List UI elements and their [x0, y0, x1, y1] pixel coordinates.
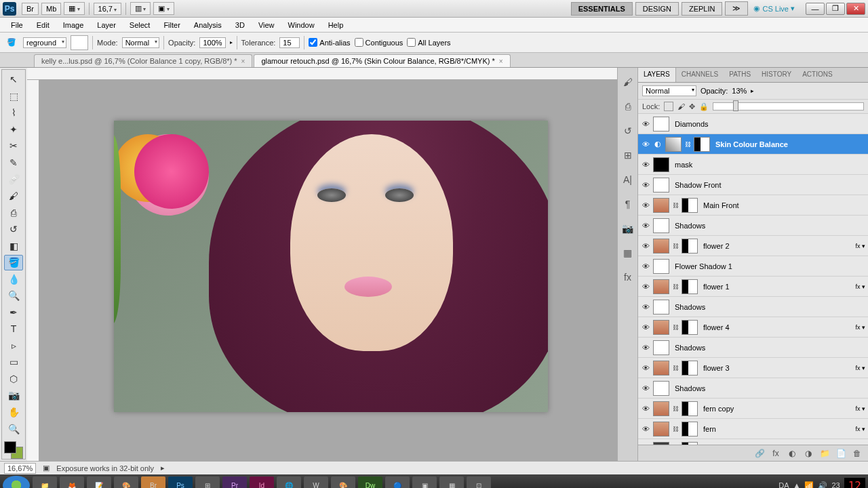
path-select-tool[interactable]: ▹ [4, 338, 23, 354]
healing-brush-tool[interactable]: 🩹 [4, 171, 23, 187]
layer-link-icon[interactable]: ⛓ [672, 365, 679, 371]
layer-name[interactable]: Shadows [672, 384, 865, 392]
document-tab-2[interactable]: glamour retouch.psd @ 16,7% (Skin Colour… [254, 54, 510, 67]
fill-slider[interactable] [713, 102, 864, 110]
layer-name[interactable]: Skin Colour Balance [713, 140, 865, 148]
layer-row[interactable]: 👁◐⛓Skin Colour Balance [638, 134, 868, 155]
layer-row[interactable]: 👁⛓Background Colour Vignette [638, 439, 868, 445]
layer-row[interactable]: 👁Shadows [638, 378, 868, 399]
taskbar-firefox[interactable]: 🦊 [60, 476, 84, 488]
taskbar-paint[interactable]: 🎨 [114, 476, 138, 488]
taskbar-app3[interactable]: ▦ [439, 476, 464, 488]
layer-visibility-icon[interactable]: 👁 [641, 344, 650, 352]
lock-image-icon[interactable]: 🖌 [677, 102, 685, 110]
eyedropper-tool[interactable]: ✎ [4, 155, 23, 171]
menu-window[interactable]: Window [281, 19, 321, 31]
ruler-vertical[interactable] [27, 80, 39, 461]
lock-all-icon[interactable]: 🔒 [699, 102, 709, 111]
layer-row[interactable]: 👁Shadow Front [638, 175, 868, 195]
dock-paragraph-icon[interactable]: ¶ [620, 197, 635, 211]
status-zoom[interactable]: 16,67% [4, 463, 36, 474]
layer-name[interactable]: flower 1 [701, 283, 852, 291]
layer-row[interactable]: 👁Shadows [638, 338, 868, 358]
dock-styles-icon[interactable]: fx [620, 270, 635, 285]
layer-visibility-icon[interactable]: 👁 [641, 364, 650, 372]
layer-fx-badge[interactable]: fx ▾ [855, 426, 865, 432]
dock-swatches-icon[interactable]: ▦ [620, 245, 635, 260]
delete-layer-icon[interactable]: 🗑 [852, 448, 863, 459]
layer-name[interactable]: fern copy [701, 405, 852, 413]
layer-visibility-icon[interactable]: 👁 [641, 161, 650, 169]
layer-thumbnail[interactable] [653, 259, 669, 274]
menu-image[interactable]: Image [56, 19, 91, 31]
zoom-level-dropdown[interactable]: 16,7 [94, 3, 122, 15]
layer-visibility-icon[interactable]: 👁 [641, 222, 650, 230]
layer-name[interactable]: Shadows [672, 303, 865, 311]
color-swatches[interactable] [4, 441, 23, 459]
menu-help[interactable]: Help [321, 19, 351, 31]
opacity-input[interactable]: 100% [199, 37, 225, 48]
layer-visibility-icon[interactable]: 👁 [641, 201, 650, 209]
screen-mode-dropdown[interactable]: ▣ [153, 2, 174, 15]
taskbar-app2[interactable]: ▣ [412, 476, 437, 488]
layer-thumbnail[interactable] [653, 361, 669, 375]
minibridge-button[interactable]: Mb [41, 3, 61, 15]
menu-view[interactable]: View [252, 19, 281, 31]
workspace-zeplin[interactable]: ZEPLIN [682, 2, 723, 16]
taskbar-colors[interactable]: 🎨 [331, 476, 355, 488]
menu-edit[interactable]: Edit [30, 19, 56, 31]
blend-mode-dropdown[interactable]: Normal [642, 85, 696, 96]
status-info-flyout[interactable]: ▸ [161, 464, 165, 472]
tray-time[interactable]: 23 [831, 481, 840, 488]
layer-thumbnail[interactable] [653, 381, 669, 396]
panel-tab-actions[interactable]: ACTIONS [797, 68, 837, 82]
taskbar-bridge[interactable]: Br [141, 476, 165, 488]
bridge-button[interactable]: Br [22, 3, 39, 15]
layer-link-icon[interactable]: ⛓ [672, 405, 679, 412]
menu-filter[interactable]: Filter [157, 19, 186, 31]
menu-file[interactable]: File [4, 19, 30, 31]
lock-position-icon[interactable]: ✥ [689, 102, 695, 111]
taskbar-word[interactable]: W [304, 476, 328, 488]
status-doc-icon[interactable]: ▣ [43, 464, 50, 472]
crop-tool[interactable]: ✂ [4, 138, 23, 154]
tray-flag-icon[interactable]: ▲ [793, 481, 801, 488]
layer-name[interactable]: Shadow Front [672, 181, 865, 189]
layer-row[interactable]: 👁⛓flower 3fx ▾ [638, 358, 868, 378]
dock-info-icon[interactable]: 📷 [620, 221, 635, 236]
layer-name[interactable]: Diamonds [672, 120, 865, 128]
close-tab-icon[interactable]: × [241, 58, 245, 65]
layer-visibility-icon[interactable]: 👁 [641, 323, 650, 331]
new-group-icon[interactable]: 📁 [819, 448, 830, 459]
layer-row[interactable]: 👁⛓fernfx ▾ [638, 419, 868, 439]
brush-tool[interactable]: 🖌 [4, 188, 23, 204]
menu-3d[interactable]: 3D [229, 19, 252, 31]
layer-link-icon[interactable]: ⛓ [684, 141, 691, 148]
menu-select[interactable]: Select [123, 19, 157, 31]
lock-transparency-icon[interactable] [664, 102, 673, 111]
opacity-flyout-icon[interactable]: ▸ [751, 87, 754, 94]
layer-row[interactable]: 👁Shadows [638, 297, 868, 317]
layer-thumbnail[interactable] [653, 401, 669, 416]
layer-link-icon[interactable]: ⛓ [672, 283, 679, 290]
layer-mask-thumbnail[interactable] [682, 401, 698, 416]
layer-visibility-icon[interactable]: 👁 [641, 283, 650, 291]
layer-row[interactable]: 👁Shadows [638, 216, 868, 236]
taskbar-notes[interactable]: 📝 [87, 476, 111, 488]
tray-lang[interactable]: DA [778, 481, 789, 488]
fill-source-dropdown[interactable]: reground [23, 37, 66, 48]
layer-visibility-icon[interactable]: 👁 [641, 384, 650, 392]
layer-fx-badge[interactable]: fx ▾ [855, 365, 865, 371]
link-layers-icon[interactable]: 🔗 [754, 448, 765, 459]
layer-row[interactable]: 👁Diamonds [638, 114, 868, 134]
menu-layer[interactable]: Layer [90, 19, 123, 31]
layer-opacity-input[interactable]: 13% [732, 87, 747, 95]
paint-bucket-tool[interactable]: 🪣 [4, 255, 23, 270]
pattern-preview[interactable] [71, 35, 88, 50]
workspace-essentials[interactable]: ESSENTIALS [571, 2, 633, 16]
antialias-checkbox[interactable]: Anti-alias [309, 38, 350, 47]
layer-row[interactable]: 👁⛓flower 1fx ▾ [638, 277, 868, 297]
dock-navigator-icon[interactable]: ⊞ [620, 148, 635, 163]
dock-brush-icon[interactable]: 🖌 [620, 75, 635, 89]
foreground-color-swatch[interactable] [4, 441, 16, 453]
